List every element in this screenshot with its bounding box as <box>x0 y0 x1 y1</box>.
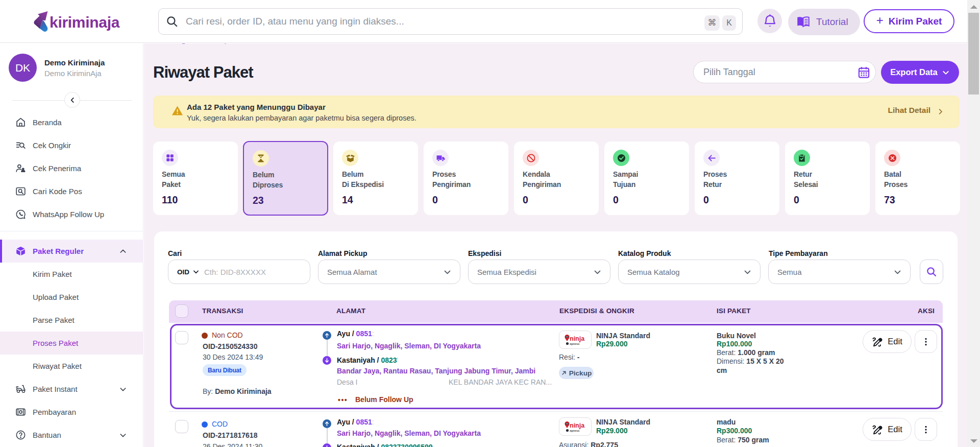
svg-text:xpress: xpress <box>570 342 580 345</box>
svg-text:ninja: ninja <box>570 335 585 342</box>
svg-text:ninja: ninja <box>570 422 585 429</box>
svg-text:xpress: xpress <box>570 429 580 432</box>
